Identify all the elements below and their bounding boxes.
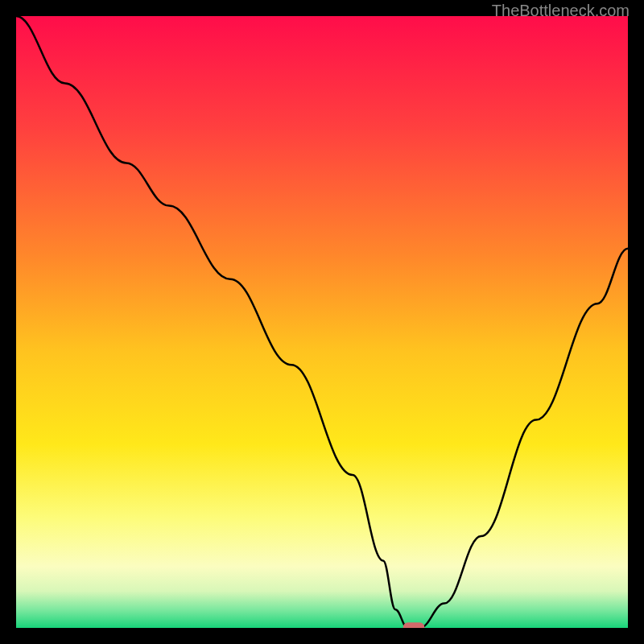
watermark-text: TheBottleneck.com [492, 2, 630, 20]
optimal-marker [403, 622, 425, 628]
bottleneck-chart [16, 16, 628, 628]
gradient-background [16, 16, 628, 628]
